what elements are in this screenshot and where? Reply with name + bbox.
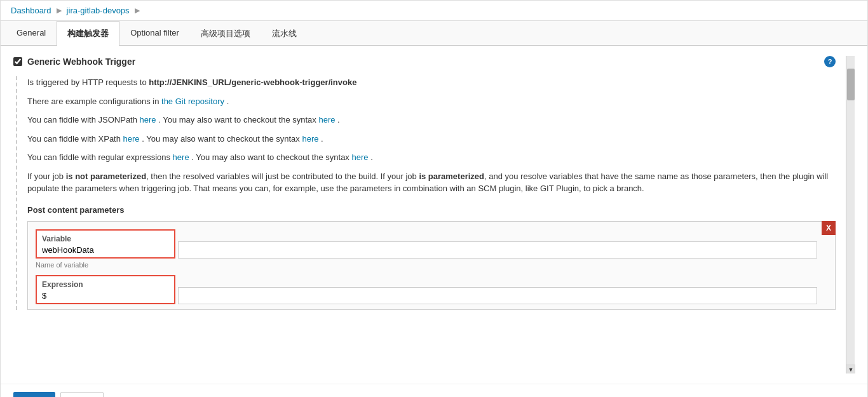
scroll-down-arrow[interactable]: ▼ (846, 365, 855, 373)
param-info-content: If your job is not parameterized, then t… (27, 172, 828, 194)
delete-param-button[interactable]: X (822, 221, 836, 235)
expression-full-input[interactable] (178, 287, 817, 304)
tab-pipeline[interactable]: 流水线 (261, 21, 308, 46)
variable-outlined-box: Variable (36, 229, 175, 259)
breadcrumb: Dashboard ▶ jira-gitlab-devops ▶ (1, 1, 867, 21)
variable-field-group: Variable (36, 229, 827, 259)
webhook-title: Generic Webhook Trigger (27, 57, 135, 67)
breadcrumb-project[interactable]: jira-gitlab-devops (67, 6, 130, 15)
regex-line: You can fiddle with regular expressions … (27, 151, 836, 164)
jsonpath-prefix: You can fiddle with JSONPath (27, 115, 140, 124)
webhook-header: Generic Webhook Trigger ? (13, 56, 836, 67)
bottom-buttons-bar: 保存 应用 (1, 384, 867, 397)
xpath-suffix: . (321, 134, 323, 144)
jsonpath-link2[interactable]: here (318, 115, 335, 124)
tab-advanced-options[interactable]: 高级项目选项 (190, 21, 261, 46)
breadcrumb-sep1: ▶ (57, 6, 62, 15)
triggered-line: Is triggered by HTTP requests to http://… (27, 76, 836, 89)
post-content-params-label: Post content parameters (27, 205, 836, 215)
breadcrumb-dashboard[interactable]: Dashboard (11, 6, 51, 15)
expression-label: Expression (42, 280, 169, 289)
trigger-url: http://JENKINS_URL/generic-webhook-trigg… (149, 77, 356, 87)
jsonpath-middle: . You may also want to checkout the synt… (158, 115, 318, 124)
param-info-text: If your job is not parameterized, then t… (27, 170, 836, 195)
expression-outlined-box: Expression (36, 275, 175, 304)
tab-general[interactable]: General (6, 21, 57, 46)
example-suffix: . (227, 97, 229, 106)
param-block: X Variable Name of variable (27, 221, 836, 310)
example-line: There are example configurations in the … (27, 95, 836, 108)
breadcrumb-sep2: ▶ (135, 6, 140, 15)
xpath-line: You can fiddle with XPath here . You may… (27, 133, 836, 145)
jsonpath-line: You can fiddle with JSONPath here . You … (27, 114, 836, 126)
regex-link1[interactable]: here (173, 152, 189, 162)
tab-build-trigger[interactable]: 构建触发器 (57, 21, 119, 46)
jsonpath-suffix: . (337, 115, 340, 124)
webhook-details-section: Is triggered by HTTP requests to http://… (16, 76, 836, 310)
git-repo-link[interactable]: the Git repository (161, 97, 224, 106)
xpath-link1[interactable]: here (123, 134, 140, 144)
regex-suffix: . (370, 152, 373, 162)
jsonpath-link1[interactable]: here (140, 115, 156, 124)
variable-hint: Name of variable (36, 261, 827, 269)
regex-link2[interactable]: here (351, 152, 368, 162)
tabs-bar: General 构建触发器 Optional filter 高级项目选项 流水线 (1, 21, 867, 46)
regex-prefix: You can fiddle with regular expressions (27, 152, 173, 162)
example-prefix: There are example configurations in (27, 97, 161, 106)
apply-button[interactable]: 应用 (60, 392, 104, 397)
tab-optional-filter[interactable]: Optional filter (119, 21, 190, 46)
scroll-thumb[interactable] (847, 69, 855, 100)
variable-full-input[interactable] (178, 241, 817, 259)
expression-input[interactable] (42, 291, 169, 300)
webhook-enable-checkbox[interactable] (13, 57, 22, 66)
xpath-middle: . You may also want to checkout the synt… (142, 134, 302, 144)
triggered-prefix: Is triggered by HTTP requests to (27, 77, 149, 87)
content-area: Generic Webhook Trigger ? Is triggered b… (1, 46, 867, 384)
variable-input[interactable] (42, 245, 169, 255)
regex-middle: . You may also want to checkout the synt… (191, 152, 351, 162)
help-icon[interactable]: ? (824, 56, 836, 67)
scrollbar[interactable]: ▼ (846, 56, 855, 373)
expression-field-group: Expression (36, 275, 827, 304)
variable-label: Variable (42, 234, 169, 243)
xpath-link2[interactable]: here (302, 134, 318, 144)
save-button[interactable]: 保存 (13, 392, 55, 397)
xpath-prefix: You can fiddle with XPath (27, 134, 123, 144)
